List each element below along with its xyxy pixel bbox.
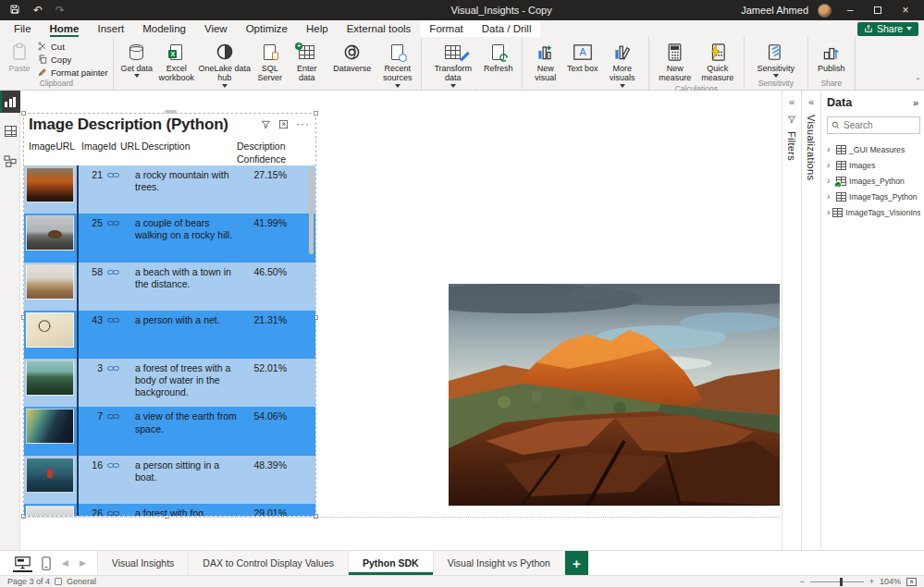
mobile-layout-button[interactable] [42, 551, 51, 575]
tab-file[interactable]: File [0, 20, 41, 37]
url-link-icon[interactable] [107, 267, 119, 278]
tab-view[interactable]: View [195, 20, 237, 37]
new-visual-button[interactable]: New visual [527, 39, 564, 83]
tab-data-drill[interactable]: Data / Drill [473, 20, 541, 37]
field-gui-measures[interactable]: › _GUI Measures [827, 143, 920, 155]
resize-handle[interactable] [21, 111, 26, 116]
previous-page-arrow[interactable]: ◀ [62, 558, 68, 568]
report-canvas[interactable]: Image Description (Python) ··· ImageURL … [20, 91, 782, 550]
redo-icon[interactable]: ↷ [55, 5, 65, 16]
tab-insert[interactable]: Insert [88, 20, 133, 37]
publish-button[interactable]: Publish [813, 39, 850, 73]
url-link-icon[interactable] [107, 170, 119, 181]
drag-handle[interactable] [165, 110, 177, 114]
page-tab-dax-display-values[interactable]: DAX to Control Display Values [189, 551, 349, 575]
user-name[interactable]: Jameel Ahmed [741, 5, 808, 16]
table-row[interactable]: 7 a view of the earth from space. 54.06% [24, 407, 315, 455]
tab-help[interactable]: Help [297, 20, 338, 37]
get-data-button[interactable]: Get data [118, 39, 155, 78]
thumbnail-sunset-canyon[interactable] [26, 167, 74, 202]
field-imagetags-python[interactable]: › ImageTags_Python [827, 190, 920, 202]
field-search[interactable] [827, 116, 920, 134]
enter-data-button[interactable]: + Enter data [289, 39, 326, 83]
table-row[interactable]: 58 a beach with a town in the distance. … [24, 263, 315, 311]
column-header[interactable]: Description [142, 141, 191, 152]
new-page-button[interactable]: + [565, 551, 588, 575]
field-imagetags-visioninsight[interactable]: › ImageTags_VisionInsight [827, 206, 920, 218]
avatar[interactable] [818, 4, 832, 18]
next-page-arrow[interactable]: ▶ [80, 558, 86, 568]
thumbnail-earth-from-space[interactable] [26, 409, 74, 444]
expand-pane-icon[interactable]: « [789, 96, 795, 107]
recent-sources-button[interactable]: Recent sources [379, 39, 416, 88]
table-row[interactable]: 16 a person sitting in a boat. 48.39% [24, 456, 315, 504]
chevron-right-icon[interactable]: › [827, 176, 833, 186]
search-input[interactable] [844, 120, 914, 130]
url-link-icon[interactable] [107, 363, 119, 374]
save-icon[interactable] [9, 2, 20, 18]
field-images-python[interactable]: › ✓ Images_Python [827, 175, 920, 187]
url-link-icon[interactable] [107, 411, 119, 422]
more-visuals-button[interactable]: More visuals [601, 39, 644, 88]
column-header[interactable]: ImageId [81, 141, 117, 152]
zoom-slider-thumb[interactable] [840, 578, 843, 586]
tab-format[interactable]: Format [420, 20, 472, 37]
column-header[interactable]: ImageURL [29, 141, 75, 152]
chevron-right-icon[interactable]: › [827, 160, 833, 170]
new-measure-button[interactable]: New measure [654, 39, 696, 83]
more-options-icon[interactable]: ··· [296, 117, 310, 130]
thumbnail-sepia-beach[interactable] [26, 264, 74, 300]
copy-button[interactable]: Copy [38, 54, 108, 65]
paste-button[interactable]: Paste [5, 39, 34, 73]
text-box-button[interactable]: A Text box [564, 39, 601, 73]
refresh-button[interactable]: Refresh [480, 39, 517, 73]
column-header[interactable]: URL [120, 141, 140, 152]
sensitivity-button[interactable]: Sensitivity [749, 39, 803, 78]
filters-pane-collapsed[interactable]: « Filters [782, 91, 801, 550]
focus-mode-icon[interactable] [278, 119, 289, 129]
page-tab-visual-insights[interactable]: Visual Insights [97, 551, 190, 575]
thumbnail-foggy-forest[interactable] [26, 506, 74, 516]
table-visual[interactable]: Image Description (Python) ··· ImageURL … [23, 113, 316, 517]
sql-server-button[interactable]: SQL Server [252, 39, 289, 83]
tab-optimize[interactable]: Optimize [237, 20, 297, 37]
table-row[interactable]: 21 a rocky mountain with trees. 27.15% [24, 165, 315, 214]
chevron-right-icon[interactable]: › [827, 207, 830, 217]
zoom-slider[interactable] [810, 581, 864, 582]
url-link-icon[interactable] [107, 218, 119, 229]
expand-pane-icon[interactable]: « [808, 96, 814, 107]
format-painter-button[interactable]: Format painter [38, 67, 108, 78]
transform-data-button[interactable]: Transform data [426, 39, 480, 88]
zoom-out-button[interactable]: − [799, 577, 804, 586]
dataverse-button[interactable]: Dataverse [326, 39, 379, 73]
url-link-icon[interactable] [107, 460, 119, 471]
quick-measure-button[interactable]: Quick measure [696, 39, 739, 83]
visualizations-pane-collapsed[interactable]: « Visualizations [801, 91, 820, 550]
resize-handle[interactable] [314, 111, 318, 116]
fit-to-page-icon[interactable] [906, 578, 917, 586]
cut-button[interactable]: Cut [38, 41, 108, 52]
table-row[interactable]: 25 a couple of bears walking on a rocky … [24, 214, 315, 262]
url-link-icon[interactable] [107, 315, 119, 326]
tab-external-tools[interactable]: External tools [338, 20, 421, 37]
page-tab-visual-insight-vs-python[interactable]: Visual Insight vs Python [434, 551, 565, 575]
minimize-button[interactable]: – [841, 4, 859, 17]
visual-scrollbar[interactable] [309, 167, 314, 254]
chevron-right-icon[interactable]: › [827, 191, 833, 202]
table-row[interactable]: 26 a forest with fog. 29.01% [24, 504, 315, 516]
onelake-data-hub-button[interactable]: OneLake data hub [198, 39, 252, 88]
chevron-right-icon[interactable]: › [827, 144, 833, 154]
thumbnail-sketch-person-net[interactable] [26, 312, 74, 348]
share-button[interactable]: Share [857, 22, 918, 36]
tab-home[interactable]: Home [41, 20, 89, 37]
tab-modeling[interactable]: Modeling [133, 20, 195, 37]
table-row[interactable]: 3 a forest of trees with a body of water… [24, 359, 315, 407]
field-images[interactable]: › Images [827, 159, 920, 171]
url-link-icon[interactable] [107, 508, 119, 516]
table-view-button[interactable] [0, 120, 20, 142]
close-button[interactable]: × [896, 4, 915, 17]
thumbnail-bear-on-rock[interactable] [26, 215, 74, 251]
thumbnail-kayaker[interactable] [26, 458, 74, 493]
maximize-button[interactable] [869, 4, 887, 17]
zoom-in-button[interactable]: + [869, 577, 874, 586]
